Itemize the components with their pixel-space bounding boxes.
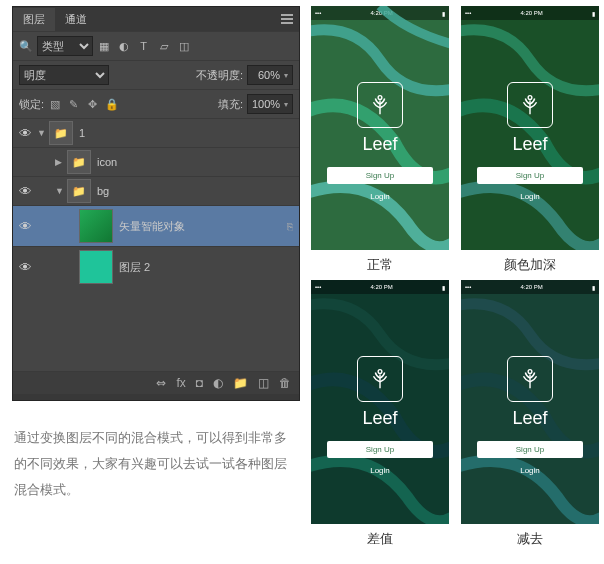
opacity-label: 不透明度:	[196, 68, 243, 83]
disclosure-icon[interactable]: ▼	[37, 128, 49, 138]
app-brand: Leef	[362, 408, 397, 429]
tab-channels[interactable]: 通道	[55, 8, 97, 31]
blend-mode-select[interactable]: 明度	[19, 65, 109, 85]
layer-row[interactable]: 👁 ▼ 📁 1	[13, 118, 299, 147]
app-brand: Leef	[512, 408, 547, 429]
folder-icon: 📁	[67, 179, 91, 203]
layers-panel: 图层 通道 🔍 类型 ▦ ◐ T ▱ ◫ 明度 不透明度: 60%▾	[12, 6, 300, 401]
preview-colorburn: •••4:20 PM▮ Leef Sign Up Login	[461, 6, 599, 250]
layer-thumbnail	[79, 250, 113, 284]
tab-layers[interactable]: 图层	[13, 8, 55, 31]
panel-menu-icon[interactable]	[281, 14, 293, 24]
layer-name[interactable]: 图层 2	[119, 260, 150, 275]
fill-label: 填充:	[218, 97, 243, 112]
app-brand: Leef	[512, 134, 547, 155]
login-link: Login	[520, 466, 540, 475]
smart-object-icon: ⎘	[287, 221, 293, 232]
signup-button: Sign Up	[477, 441, 583, 458]
app-logo	[357, 356, 403, 402]
adjustment-icon[interactable]: ◐	[213, 376, 223, 390]
svg-point-1	[528, 95, 532, 99]
visibility-toggle[interactable]: 👁	[13, 260, 37, 275]
filter-type-icons: ▦ ◐ T ▱ ◫	[97, 40, 190, 53]
svg-point-0	[378, 95, 382, 99]
filter-pixel-icon[interactable]: ▦	[97, 40, 110, 53]
layer-name[interactable]: icon	[97, 156, 117, 168]
blend-row: 明度 不透明度: 60%▾	[13, 60, 299, 89]
caption: 减去	[517, 530, 543, 548]
disclosure-icon[interactable]: ▼	[55, 186, 67, 196]
lock-label: 锁定:	[19, 97, 44, 112]
svg-point-2	[378, 369, 382, 373]
app-brand: Leef	[362, 134, 397, 155]
preview-difference: •••4:20 PM▮ Leef Sign Up Login	[311, 280, 449, 524]
login-link: Login	[370, 466, 390, 475]
lock-transparent-icon[interactable]: ▧	[48, 98, 61, 111]
visibility-toggle[interactable]: 👁	[13, 184, 37, 199]
caption: 差值	[367, 530, 393, 548]
filter-shape-icon[interactable]: ▱	[157, 40, 170, 53]
layer-row[interactable]: 👁 图层 2	[13, 246, 299, 287]
app-logo	[357, 82, 403, 128]
layer-name[interactable]: 矢量智能对象	[119, 219, 185, 234]
signup-button: Sign Up	[327, 441, 433, 458]
chevron-down-icon: ▾	[284, 100, 288, 109]
filter-kind-select[interactable]: 类型	[37, 36, 93, 56]
link-layers-icon[interactable]: ⇔	[156, 376, 166, 390]
lock-all-icon[interactable]: 🔒	[105, 98, 118, 111]
caption: 正常	[367, 256, 393, 274]
layer-name[interactable]: bg	[97, 185, 109, 197]
lock-brush-icon[interactable]: ✎	[67, 98, 80, 111]
login-link: Login	[520, 192, 540, 201]
visibility-toggle[interactable]: 👁	[13, 219, 37, 234]
search-icon: 🔍	[19, 40, 33, 53]
folder-icon: 📁	[49, 121, 73, 145]
folder-icon: 📁	[67, 150, 91, 174]
delete-icon[interactable]: 🗑	[279, 376, 291, 390]
panel-tabs: 图层 通道	[13, 7, 299, 31]
preview-subtract: •••4:20 PM▮ Leef Sign Up Login	[461, 280, 599, 524]
app-logo	[507, 356, 553, 402]
filter-row: 🔍 类型 ▦ ◐ T ▱ ◫	[13, 31, 299, 60]
panel-footer: ⇔ fx ◘ ◐ 📁 ◫ 🗑	[13, 371, 299, 394]
new-layer-icon[interactable]: ◫	[258, 376, 269, 390]
description-text: 通过变换图层不同的混合模式，可以得到非常多的不同效果，大家有兴趣可以去试一试各种…	[14, 425, 293, 503]
lock-move-icon[interactable]: ✥	[86, 98, 99, 111]
mask-icon[interactable]: ◘	[196, 376, 203, 390]
caption: 颜色加深	[504, 256, 556, 274]
new-group-icon[interactable]: 📁	[233, 376, 248, 390]
filter-text-icon[interactable]: T	[137, 40, 150, 53]
layer-name[interactable]: 1	[79, 127, 85, 139]
fill-input[interactable]: 100%▾	[247, 94, 293, 114]
layer-row[interactable]: 👁 ▼ 📁 bg	[13, 176, 299, 205]
filter-adjust-icon[interactable]: ◐	[117, 40, 130, 53]
disclosure-icon[interactable]: ▶	[55, 157, 67, 167]
login-link: Login	[370, 192, 390, 201]
opacity-input[interactable]: 60%▾	[247, 65, 293, 85]
svg-point-3	[528, 369, 532, 373]
layer-row[interactable]: 👁 矢量智能对象 ⎘	[13, 205, 299, 246]
signup-button: Sign Up	[327, 167, 433, 184]
app-logo	[507, 82, 553, 128]
layer-row[interactable]: ▶ 📁 icon	[13, 147, 299, 176]
visibility-toggle[interactable]: 👁	[13, 126, 37, 141]
chevron-down-icon: ▾	[284, 71, 288, 80]
layer-thumbnail	[79, 209, 113, 243]
filter-smart-icon[interactable]: ◫	[177, 40, 190, 53]
preview-normal: •••4:20 PM▮ Leef Sign Up Login	[311, 6, 449, 250]
signup-button: Sign Up	[477, 167, 583, 184]
fx-icon[interactable]: fx	[176, 376, 185, 390]
lock-row: 锁定: ▧ ✎ ✥ 🔒 填充: 100%▾	[13, 89, 299, 118]
layer-list: 👁 ▼ 📁 1 ▶ 📁 icon 👁 ▼ 📁 bg	[13, 118, 299, 371]
